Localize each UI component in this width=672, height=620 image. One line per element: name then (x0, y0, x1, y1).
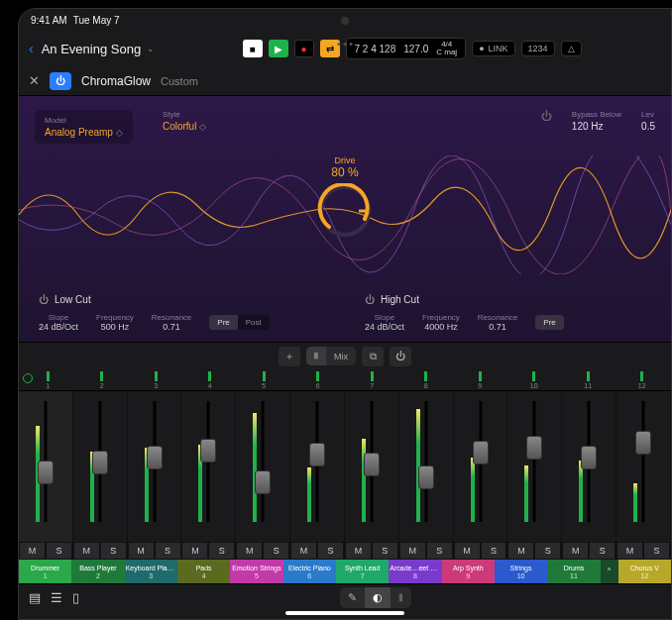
focus-button[interactable]: ⧉ (362, 347, 384, 366)
track-number[interactable]: 7 (345, 369, 399, 390)
plugin-name[interactable]: ChromaGlow (81, 74, 151, 88)
back-button[interactable]: ‹ (29, 41, 34, 56)
mute-button[interactable]: M (236, 542, 263, 560)
bypass-power-icon[interactable]: ⏻ (541, 110, 552, 122)
track-number[interactable]: 5 (237, 369, 291, 390)
solo-button[interactable]: S (534, 542, 561, 560)
track-number[interactable]: 1 (21, 369, 75, 390)
track-label[interactable]: Electric Piano6 (283, 560, 336, 583)
track-number[interactable]: 10 (507, 369, 562, 390)
fader[interactable] (309, 443, 325, 466)
mix-label[interactable]: Mix (326, 348, 356, 365)
fader[interactable] (526, 436, 542, 460)
fader[interactable] (92, 451, 108, 474)
fader[interactable] (200, 439, 216, 463)
add-track-button[interactable]: ＋ (279, 347, 300, 366)
multitask-dots[interactable] (338, 43, 353, 46)
mute-button[interactable]: M (181, 542, 208, 560)
mute-button[interactable]: M (454, 542, 481, 560)
track-label[interactable]: Bass Player2 (71, 560, 124, 583)
automation-icon[interactable]: ◐ (365, 587, 391, 608)
browser-icon[interactable]: ☰ (51, 590, 62, 605)
mixer-view-toggle[interactable]: ⫴ Mix (306, 347, 356, 365)
note-icon[interactable]: ▯ (72, 590, 79, 605)
play-button[interactable]: ▶ (269, 40, 288, 57)
track-label[interactable]: Drummer1 (19, 560, 71, 583)
mute-button[interactable]: M (19, 542, 46, 560)
solo-button[interactable]: S (481, 542, 507, 560)
highcut-slope[interactable]: Slope24 dB/Oct (365, 313, 404, 332)
edit-icon[interactable]: ✎ (340, 587, 365, 608)
track-label[interactable]: Chorus V12 (618, 560, 671, 583)
plugin-power-button[interactable]: ⏻ (50, 72, 71, 90)
mute-button[interactable]: M (290, 542, 317, 560)
fader[interactable] (635, 431, 651, 455)
solo-button[interactable]: S (643, 542, 670, 560)
power-button[interactable]: ⏻ (390, 347, 411, 366)
track-number[interactable]: 9 (453, 369, 507, 390)
fader[interactable] (255, 470, 271, 494)
highcut-frequency[interactable]: Frequency4000 Hz (422, 313, 460, 332)
solo-button[interactable]: S (589, 542, 616, 560)
record-button[interactable]: ● (294, 40, 314, 57)
track-number[interactable]: 3 (129, 369, 183, 390)
lowcut-slope[interactable]: Slope24 dB/Oct (39, 313, 78, 332)
lowcut-frequency[interactable]: Frequency500 Hz (96, 313, 134, 332)
chevron-down-icon[interactable]: ⌄ (147, 44, 155, 53)
fader[interactable] (418, 465, 434, 489)
track-label[interactable]: Synth Lead7 (336, 560, 389, 583)
fader[interactable] (581, 446, 597, 469)
highcut-power-icon[interactable]: ⏻ (365, 294, 375, 305)
mute-button[interactable]: M (345, 542, 372, 560)
solo-button[interactable]: S (317, 542, 344, 560)
faders-icon[interactable]: ⫴ (306, 347, 326, 365)
track-label[interactable]: Emotion Strings5 (230, 560, 282, 583)
track-number[interactable]: 4 (183, 369, 238, 390)
library-icon[interactable]: ▤ (29, 590, 41, 605)
mute-button[interactable]: M (73, 542, 100, 560)
home-indicator[interactable] (285, 611, 404, 615)
track-number[interactable]: 2 (75, 369, 130, 390)
lowcut-resonance[interactable]: Resonance0.71 (152, 313, 191, 332)
mute-button[interactable]: M (616, 542, 643, 560)
track-label[interactable]: Strings10 (495, 560, 547, 583)
count-in-badge[interactable]: 1234 (521, 41, 555, 56)
highcut-resonance[interactable]: Resonance0.71 (478, 313, 517, 332)
expand-tracks-button[interactable]: ˄ (601, 560, 618, 583)
bypass-param[interactable]: Bypass Below 120 Hz (572, 110, 621, 132)
mixer-icon[interactable]: ⫴ (391, 587, 411, 608)
level-param[interactable]: Lev 0.5 (641, 110, 655, 132)
lcd-display[interactable]: 7 2 4 128 127.0 4/4 C maj (346, 38, 467, 59)
view-mode-toggle[interactable]: ✎ ◐ ⫴ (340, 587, 411, 608)
cycle-button[interactable]: ⇄ (320, 40, 340, 57)
mute-button[interactable]: M (507, 542, 534, 560)
track-number[interactable]: 8 (399, 369, 454, 390)
lowcut-pre-post[interactable]: Pre Post (209, 315, 269, 330)
solo-button[interactable]: S (372, 542, 398, 560)
lowcut-power-icon[interactable]: ⏻ (39, 294, 49, 305)
highcut-pre-post[interactable]: Pre (535, 315, 563, 330)
solo-button[interactable]: S (208, 542, 235, 560)
fader[interactable] (38, 461, 54, 484)
model-selector[interactable]: Model Analog Preamp ◇ (35, 110, 133, 144)
fader[interactable] (147, 446, 163, 469)
track-label[interactable]: Arp Synth9 (442, 560, 495, 583)
link-badge[interactable]: ●LINK (472, 41, 514, 56)
track-number[interactable]: 6 (291, 369, 346, 390)
drive-knob[interactable]: Drive 80 % (290, 155, 399, 239)
solo-button[interactable]: S (155, 542, 181, 560)
plugin-preset[interactable]: Custom (161, 75, 198, 87)
track-label[interactable]: Drums11 (547, 560, 600, 583)
solo-button[interactable]: S (263, 542, 289, 560)
track-label[interactable]: Arcade…eet Pad8 (389, 560, 441, 583)
close-button[interactable]: ✕ (29, 73, 40, 88)
mute-button[interactable]: M (128, 542, 155, 560)
mute-button[interactable]: M (562, 542, 589, 560)
solo-button[interactable]: S (46, 542, 72, 560)
fader[interactable] (364, 453, 380, 476)
solo-button[interactable]: S (100, 542, 127, 560)
track-number[interactable]: 11 (561, 369, 616, 390)
solo-button[interactable]: S (426, 542, 453, 560)
track-label[interactable]: Pads4 (177, 560, 230, 583)
project-title[interactable]: An Evening Song (42, 42, 141, 56)
